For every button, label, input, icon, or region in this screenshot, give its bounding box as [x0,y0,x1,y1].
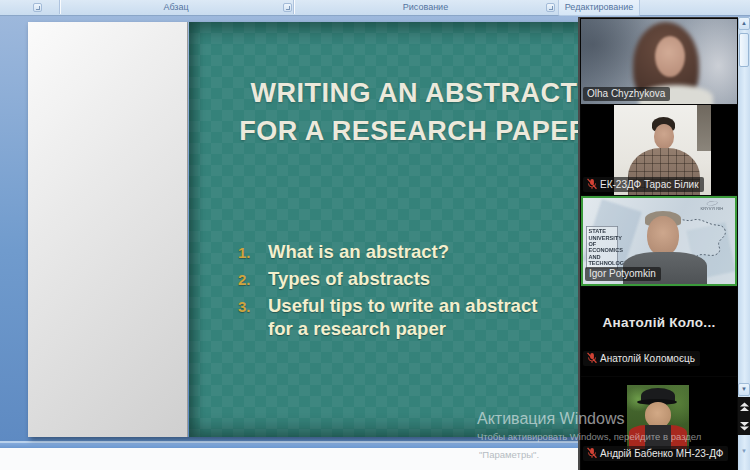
video-participants-panel: Olha Chyzhykova ЕК-23ДФ Тарас Білик [578,17,738,470]
participant-name: Анатолій Коломоєць [600,353,695,364]
university-text-block: STATE UNIVERSITY OF ECONOMICS AND TECHNO… [586,226,618,269]
slide-title-line2: FOR A RESEARCH PAPER [228,112,600,150]
ribbon-strip: Абзац Рисование Редактирование [0,0,750,16]
dialog-launcher-icon[interactable] [546,3,555,12]
participant-name-label: Андрій Бабенко МН-23-ДФ [583,446,728,461]
participant-name-label: Igor Potyomkin [585,267,661,281]
video-thumbnail-igor-active-speaker[interactable]: KRYVYI RIH STATE UNIVERSITY OF ECONOMICS… [581,196,737,286]
participant-face [647,216,679,256]
list-text: Types of abstracts [268,267,430,290]
application-window: Абзац Рисование Редактирование WRITING A… [0,0,750,470]
list-text: What is an abstract? [268,240,449,263]
participant-name-label: Анатолій Коломоєць [583,351,700,366]
scroll-up-button[interactable]: ▲ [738,17,750,30]
ribbon-group-editing: Редактирование [558,0,640,16]
windows-activation-watermark-text: Чтобы активировать Windows, перейдите в … [477,431,701,442]
muted-mic-icon [587,178,597,190]
slide-bullet-list[interactable]: 1. What is an abstract? 2. Types of abst… [238,240,590,344]
ribbon-group-paragraph: Абзац [59,2,293,12]
list-item: 1. What is an abstract? [238,240,590,263]
participant-name-label: Olha Chyzhykova [583,87,670,101]
participant-name: Андрій Бабенко МН-23-ДФ [600,448,723,459]
slide-title-line1: WRITING AN ABSTRACT [228,74,600,112]
list-number: 1. [238,240,268,263]
background-object [697,105,711,151]
participant-name-label: ЕК-23ДФ Тарас Білик [583,177,704,192]
list-text-line2: for a research paper [268,317,537,340]
participant-name: Igor Potyomkin [589,268,656,279]
participant-name: Olha Chyzhykova [587,88,665,99]
video-thumbnail-anatolii[interactable]: Анатолій Коло... Анатолій Коломоєць [581,287,737,376]
vertical-scrollbar[interactable]: ▲ ▼ ▼ [738,17,750,470]
logo-text: KRYVYI RIH [700,206,723,211]
list-number: 3. [238,294,268,340]
participant-face [654,124,674,149]
camera-off-display-name: Анатолій Коло... [581,315,737,330]
video-thumbnail-olha[interactable]: Olha Chyzhykova [581,19,737,104]
participant-name: ЕК-23ДФ Тарас Білик [600,179,699,190]
scroll-down-ghost-icon: ▼ [738,445,750,457]
slide-left-band [28,22,188,437]
previous-slide-icon[interactable] [740,402,749,412]
participant-face [655,36,685,77]
ribbon-group-drawing: Рисование [293,2,558,12]
next-slide-icon[interactable] [740,421,749,431]
slide-browse-buttons [738,397,750,435]
muted-mic-icon [587,352,597,364]
muted-mic-icon [587,447,597,459]
scrollbar-thumb[interactable] [739,33,749,67]
dialog-launcher-icon[interactable] [283,3,292,12]
list-item: 3. Useful tips to write an abstract for … [238,294,590,340]
list-number: 2. [238,267,268,290]
list-text-line1: Useful tips to write an abstract [268,294,537,317]
list-text: Useful tips to write an abstract for a r… [268,294,537,340]
list-item: 2. Types of abstracts [238,267,590,290]
kryvyi-rih-logo: KRYVYI RIH [700,201,723,211]
windows-activation-watermark-title: Активация Windows [477,410,624,428]
windows-activation-watermark-text2: "Параметры". [479,449,539,460]
scroll-down-button[interactable]: ▼ [738,383,750,396]
dialog-launcher-icon[interactable] [33,3,42,12]
video-thumbnail-taras[interactable]: ЕК-23ДФ Тарас Білик [581,105,737,195]
slide-title[interactable]: WRITING AN ABSTRACT FOR A RESEARCH PAPER [228,74,600,150]
